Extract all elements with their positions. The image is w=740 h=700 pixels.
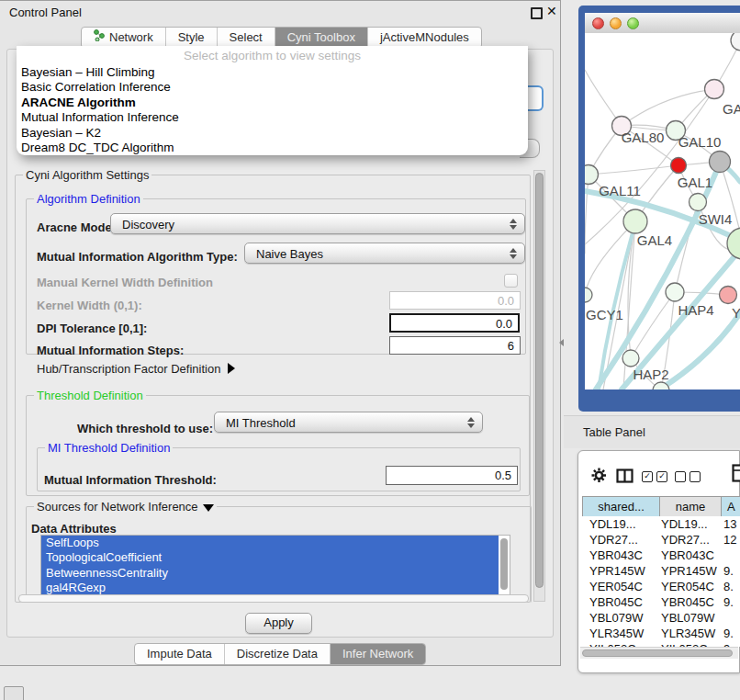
- algorithm-option[interactable]: Bayesian – Hill Climbing: [21, 65, 523, 80]
- zoom-window-icon[interactable]: [627, 17, 639, 29]
- network-node[interactable]: [731, 33, 740, 51]
- tab-infer-network[interactable]: Infer Network: [330, 644, 425, 664]
- table-row[interactable]: YDL19...YDL19...13: [582, 516, 740, 532]
- minimized-panel-icon[interactable]: [4, 686, 24, 700]
- network-node-swi4[interactable]: [690, 194, 707, 211]
- table-partial-icon[interactable]: [732, 464, 740, 486]
- tab-select[interactable]: Select: [217, 28, 275, 48]
- algorithm-option[interactable]: Mutual Information Inference: [21, 110, 523, 125]
- mi-threshold-field[interactable]: 0.5: [386, 466, 518, 485]
- algorithm-dropdown-popup: Select algorithm to view settings Bayesi…: [17, 46, 528, 155]
- settings-gear-icon[interactable]: [591, 468, 607, 487]
- group-title: MI Threshold Definition: [45, 441, 173, 455]
- apply-button[interactable]: Apply: [245, 613, 312, 634]
- scrollbar-thumb[interactable]: [535, 173, 544, 588]
- network-window-titlebar[interactable]: [585, 13, 740, 33]
- split-pane-handle[interactable]: [559, 339, 564, 346]
- inference-algorithm-combo-fragment[interactable]: [527, 85, 544, 111]
- tab-discretize-data[interactable]: Discretize Data: [224, 644, 330, 664]
- network-node-label: SWI4: [699, 211, 733, 227]
- close-window-icon[interactable]: [592, 17, 604, 29]
- tab-cyni-toolbox[interactable]: Cyni Toolbox: [275, 28, 367, 48]
- table-cell: 9.: [723, 626, 734, 641]
- list-scrollbar-thumb[interactable]: [500, 538, 508, 590]
- expand-right-icon: [228, 363, 235, 374]
- table-cell: 9.: [723, 594, 734, 610]
- network-node[interactable]: [710, 152, 731, 173]
- mi-steps-label: Mutual Information Steps:: [37, 344, 184, 357]
- select-all-columns-icon[interactable]: ✓✓: [642, 471, 667, 482]
- algorithm-option[interactable]: ARACNE Algorithm: [21, 96, 523, 110]
- tab-impute-data[interactable]: Impute Data: [135, 644, 224, 664]
- aracne-mode-combo[interactable]: Discovery: [110, 213, 525, 234]
- table-row[interactable]: YBR045CYBR045C9.: [582, 594, 740, 610]
- which-threshold-combo[interactable]: MI Threshold: [214, 412, 483, 433]
- table-row[interactable]: YBL079WYBL079W: [582, 610, 740, 626]
- network-node-label: GAL1: [678, 175, 712, 190]
- network-node-y[interactable]: [720, 287, 737, 304]
- table-row[interactable]: YDR27...YDR27...12: [582, 532, 740, 548]
- network-node-gal11[interactable]: [585, 165, 599, 185]
- data-attribute-item-selected[interactable]: gal4RGexp: [41, 581, 499, 595]
- data-attribute-item-selected[interactable]: TopologicalCoefficient: [41, 550, 499, 565]
- algorithm-option[interactable]: Dream8 DC_TDC Algorithm: [21, 141, 523, 155]
- data-attributes-label: Data Attributes: [31, 522, 117, 536]
- network-node-label: GAL80: [622, 130, 665, 145]
- network-node-hap4[interactable]: [666, 283, 684, 301]
- scrollbar-thumb[interactable]: [582, 649, 733, 657]
- tab-style[interactable]: Style: [165, 28, 217, 48]
- manual-kernel-width-checkbox[interactable]: [504, 274, 518, 288]
- network-node-label: Y: [732, 305, 740, 321]
- tab-label: Style: [178, 28, 205, 48]
- network-edge[interactable]: [589, 165, 678, 175]
- tab-label: Network: [109, 28, 153, 48]
- column-header-name[interactable]: name: [659, 496, 722, 517]
- table-row[interactable]: YER054CYER054C8.: [582, 579, 740, 594]
- algorithm-dropdown-placeholder: Select algorithm to view settings: [17, 49, 528, 62]
- mi-algorithm-type-combo[interactable]: Naive Bayes: [244, 243, 525, 264]
- float-window-icon[interactable]: [531, 7, 543, 19]
- network-node-hap2[interactable]: [622, 350, 639, 367]
- table-row[interactable]: YPR145WYPR145W9.: [582, 563, 740, 579]
- column-header-partial[interactable]: A: [721, 496, 740, 517]
- table-horizontal-scrollbar[interactable]: [580, 647, 738, 659]
- mi-steps-field[interactable]: 6: [389, 336, 521, 355]
- minimize-window-icon[interactable]: [610, 17, 622, 29]
- network-node-label: GAL7: [723, 101, 740, 117]
- network-edge-highlighted[interactable]: [656, 313, 740, 390]
- dpi-tolerance-field[interactable]: 0.0: [389, 313, 520, 333]
- combo-value: MI Threshold: [226, 416, 296, 430]
- table-row[interactable]: YLR345WYLR345W9.: [582, 626, 740, 641]
- stepper-arrows-icon: [510, 248, 517, 259]
- dpi-tolerance-label: DPI Tolerance [0,1]:: [37, 322, 147, 335]
- deselect-all-columns-icon[interactable]: [675, 471, 701, 482]
- data-attribute-item-selected[interactable]: SelfLoops: [41, 536, 499, 550]
- panel-title: Control Panel: [9, 6, 82, 19]
- data-attribute-item-selected[interactable]: BetweennessCentrality: [41, 566, 499, 581]
- tab-jactivemnodules[interactable]: jActiveMNodules: [367, 28, 481, 48]
- hub-transcription-factor-toggle[interactable]: Hub/Transcription Factor Definition: [37, 362, 235, 376]
- sources-title: Sources for Network Inference: [37, 500, 198, 514]
- table-row[interactable]: YBR043CYBR043C: [582, 548, 740, 563]
- network-edge[interactable]: [622, 89, 714, 126]
- network-node-gal7[interactable]: [705, 80, 724, 99]
- algorithm-option[interactable]: Bayesian – K2: [21, 126, 523, 141]
- split-panel-icon[interactable]: [616, 469, 633, 487]
- mi-algorithm-type-label: Mutual Information Algorithm Type:: [37, 250, 238, 264]
- network-node-gal1[interactable]: [671, 158, 687, 174]
- settings-vertical-scrollbar[interactable]: [533, 170, 545, 602]
- close-panel-icon[interactable]: ✕: [546, 4, 557, 18]
- table-cell: 9.: [723, 563, 734, 579]
- tab-network[interactable]: Network: [82, 28, 165, 48]
- tab-label: Cyni Toolbox: [287, 28, 355, 48]
- network-node-gcy1[interactable]: [585, 288, 592, 302]
- settings-horizontal-scrollbar[interactable]: [18, 594, 529, 603]
- network-node-label: GAL11: [599, 183, 641, 198]
- manual-kernel-width-label: Manual Kernel Width Definition: [37, 276, 213, 289]
- column-header-shared-name[interactable]: shared...: [582, 496, 660, 517]
- network-canvas[interactable]: GAL7GAL80GAL10GAL1SWI4GAL11GAL4GCY1HAP4Y…: [585, 33, 740, 390]
- algorithm-option[interactable]: Basic Correlation Inference: [21, 80, 523, 95]
- network-node-gal4[interactable]: [623, 209, 647, 233]
- sources-group-toggle[interactable]: Sources for Network Inference: [34, 500, 217, 514]
- kernel-width-field[interactable]: 0.0: [389, 291, 521, 310]
